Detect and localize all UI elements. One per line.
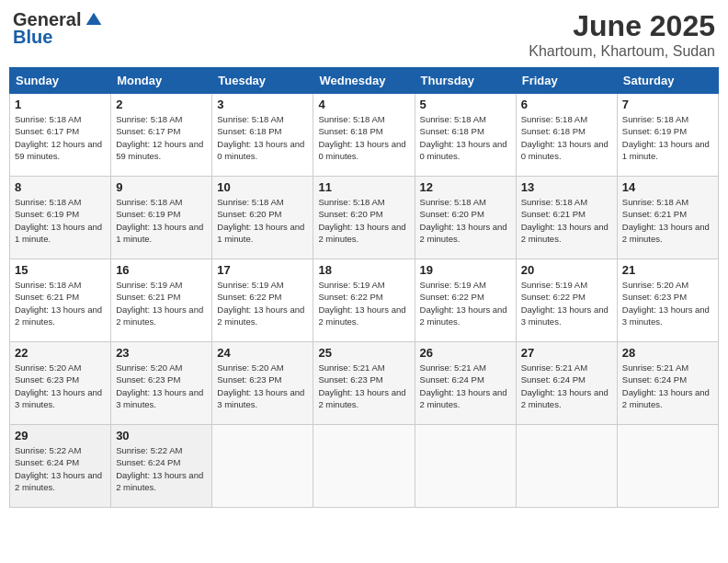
day-cell-9: 9Sunrise: 5:18 AMSunset: 6:19 PMDaylight… (111, 177, 212, 259)
day-info: Sunrise: 5:18 AMSunset: 6:21 PMDaylight:… (622, 196, 713, 245)
day-cell-10: 10Sunrise: 5:18 AMSunset: 6:20 PMDayligh… (212, 177, 313, 259)
day-cell-23: 23Sunrise: 5:20 AMSunset: 6:23 PMDayligh… (111, 342, 212, 425)
day-info: Sunrise: 5:18 AMSunset: 6:17 PMDaylight:… (116, 113, 207, 162)
day-info: Sunrise: 5:18 AMSunset: 6:17 PMDaylight:… (15, 113, 106, 162)
svg-rect-1 (93, 18, 96, 25)
day-number: 2 (116, 98, 207, 111)
day-info: Sunrise: 5:20 AMSunset: 6:23 PMDaylight:… (116, 362, 207, 410)
day-number: 15 (15, 263, 106, 277)
day-number: 14 (622, 180, 713, 194)
day-info: Sunrise: 5:22 AMSunset: 6:24 PMDaylight:… (15, 444, 106, 493)
day-cell-25: 25Sunrise: 5:21 AMSunset: 6:23 PMDayligh… (313, 342, 415, 425)
day-cell-27: 27Sunrise: 5:21 AMSunset: 6:24 PMDayligh… (516, 342, 617, 425)
day-number: 5 (420, 98, 511, 111)
day-info: Sunrise: 5:20 AMSunset: 6:23 PMDaylight:… (217, 362, 308, 410)
day-cell-4: 4Sunrise: 5:18 AMSunset: 6:18 PMDaylight… (313, 94, 415, 177)
day-cell-12: 12Sunrise: 5:18 AMSunset: 6:20 PMDayligh… (415, 177, 516, 259)
calendar-table: SundayMondayTuesdayWednesdayThursdayFrid… (9, 67, 719, 508)
day-number: 16 (116, 263, 207, 277)
day-info: Sunrise: 5:18 AMSunset: 6:19 PMDaylight:… (622, 113, 713, 162)
day-info: Sunrise: 5:18 AMSunset: 6:19 PMDaylight:… (116, 196, 207, 245)
day-cell-26: 26Sunrise: 5:21 AMSunset: 6:24 PMDayligh… (415, 342, 516, 425)
day-cell-19: 19Sunrise: 5:19 AMSunset: 6:22 PMDayligh… (415, 259, 516, 342)
day-number: 25 (318, 346, 409, 360)
day-number: 27 (521, 346, 612, 360)
day-info: Sunrise: 5:19 AMSunset: 6:22 PMDaylight:… (217, 279, 308, 327)
day-cell-28: 28Sunrise: 5:21 AMSunset: 6:24 PMDayligh… (617, 342, 718, 425)
day-info: Sunrise: 5:18 AMSunset: 6:20 PMDaylight:… (318, 196, 409, 245)
empty-cell (617, 425, 718, 508)
week-row-5: 29Sunrise: 5:22 AMSunset: 6:24 PMDayligh… (10, 425, 719, 508)
weekday-wednesday: Wednesday (313, 68, 415, 94)
day-number: 28 (622, 346, 713, 360)
day-info: Sunrise: 5:18 AMSunset: 6:19 PMDaylight:… (15, 196, 106, 245)
day-info: Sunrise: 5:21 AMSunset: 6:24 PMDaylight:… (420, 362, 511, 410)
day-cell-2: 2Sunrise: 5:18 AMSunset: 6:17 PMDaylight… (111, 94, 212, 177)
day-number: 20 (521, 263, 612, 277)
weekday-friday: Friday (516, 68, 617, 94)
day-number: 4 (318, 98, 409, 111)
weekday-saturday: Saturday (617, 68, 718, 94)
day-info: Sunrise: 5:19 AMSunset: 6:21 PMDaylight:… (116, 279, 207, 327)
empty-cell (212, 425, 313, 508)
day-number: 26 (420, 346, 511, 360)
empty-cell (516, 425, 617, 508)
day-cell-18: 18Sunrise: 5:19 AMSunset: 6:22 PMDayligh… (313, 259, 415, 342)
day-cell-22: 22Sunrise: 5:20 AMSunset: 6:23 PMDayligh… (10, 342, 111, 425)
day-cell-1: 1Sunrise: 5:18 AMSunset: 6:17 PMDaylight… (10, 94, 111, 177)
day-info: Sunrise: 5:18 AMSunset: 6:21 PMDaylight:… (521, 196, 612, 245)
week-row-3: 15Sunrise: 5:18 AMSunset: 6:21 PMDayligh… (10, 259, 719, 342)
page-header: General Blue June 2025 Khartoum, Khartou… (9, 9, 719, 60)
day-info: Sunrise: 5:18 AMSunset: 6:20 PMDaylight:… (420, 196, 511, 245)
day-cell-11: 11Sunrise: 5:18 AMSunset: 6:20 PMDayligh… (313, 177, 415, 259)
day-number: 1 (15, 98, 106, 111)
day-number: 6 (521, 98, 612, 111)
week-row-2: 8Sunrise: 5:18 AMSunset: 6:19 PMDaylight… (10, 177, 719, 259)
day-number: 22 (15, 346, 106, 360)
day-cell-15: 15Sunrise: 5:18 AMSunset: 6:21 PMDayligh… (10, 259, 111, 342)
month-title: June 2025 (529, 9, 715, 43)
day-info: Sunrise: 5:19 AMSunset: 6:22 PMDaylight:… (318, 279, 409, 327)
empty-cell (313, 425, 415, 508)
day-info: Sunrise: 5:18 AMSunset: 6:20 PMDaylight:… (217, 196, 308, 245)
title-block: June 2025 Khartoum, Khartoum, Sudan (529, 9, 715, 60)
day-cell-5: 5Sunrise: 5:18 AMSunset: 6:18 PMDaylight… (415, 94, 516, 177)
day-cell-8: 8Sunrise: 5:18 AMSunset: 6:19 PMDaylight… (10, 177, 111, 259)
day-number: 19 (420, 263, 511, 277)
day-info: Sunrise: 5:19 AMSunset: 6:22 PMDaylight:… (521, 279, 612, 327)
day-number: 9 (116, 180, 207, 194)
location-title: Khartoum, Khartoum, Sudan (529, 43, 715, 60)
day-cell-3: 3Sunrise: 5:18 AMSunset: 6:18 PMDaylight… (212, 94, 313, 177)
week-row-4: 22Sunrise: 5:20 AMSunset: 6:23 PMDayligh… (10, 342, 719, 425)
day-number: 3 (217, 98, 308, 111)
day-number: 10 (217, 180, 308, 194)
day-info: Sunrise: 5:18 AMSunset: 6:18 PMDaylight:… (318, 113, 409, 162)
weekday-header-row: SundayMondayTuesdayWednesdayThursdayFrid… (10, 68, 719, 94)
day-info: Sunrise: 5:21 AMSunset: 6:23 PMDaylight:… (318, 362, 409, 410)
day-info: Sunrise: 5:20 AMSunset: 6:23 PMDaylight:… (15, 362, 106, 410)
empty-cell (415, 425, 516, 508)
day-number: 21 (622, 263, 713, 277)
day-number: 13 (521, 180, 612, 194)
logo-blue: Blue (13, 27, 52, 48)
day-number: 29 (15, 429, 106, 442)
day-number: 7 (622, 98, 713, 111)
day-cell-30: 30Sunrise: 5:22 AMSunset: 6:24 PMDayligh… (111, 425, 212, 508)
day-number: 11 (318, 180, 409, 194)
weekday-sunday: Sunday (10, 68, 111, 94)
day-cell-29: 29Sunrise: 5:22 AMSunset: 6:24 PMDayligh… (10, 425, 111, 508)
day-number: 30 (116, 429, 207, 442)
day-cell-24: 24Sunrise: 5:20 AMSunset: 6:23 PMDayligh… (212, 342, 313, 425)
day-cell-7: 7Sunrise: 5:18 AMSunset: 6:19 PMDaylight… (617, 94, 718, 177)
day-cell-20: 20Sunrise: 5:19 AMSunset: 6:22 PMDayligh… (516, 259, 617, 342)
weekday-monday: Monday (111, 68, 212, 94)
weekday-tuesday: Tuesday (212, 68, 313, 94)
day-info: Sunrise: 5:21 AMSunset: 6:24 PMDaylight:… (622, 362, 713, 410)
day-number: 23 (116, 346, 207, 360)
day-info: Sunrise: 5:18 AMSunset: 6:18 PMDaylight:… (217, 113, 308, 162)
day-info: Sunrise: 5:18 AMSunset: 6:18 PMDaylight:… (420, 113, 511, 162)
day-number: 24 (217, 346, 308, 360)
day-info: Sunrise: 5:18 AMSunset: 6:18 PMDaylight:… (521, 113, 612, 162)
day-info: Sunrise: 5:20 AMSunset: 6:23 PMDaylight:… (622, 279, 713, 327)
weekday-thursday: Thursday (415, 68, 516, 94)
